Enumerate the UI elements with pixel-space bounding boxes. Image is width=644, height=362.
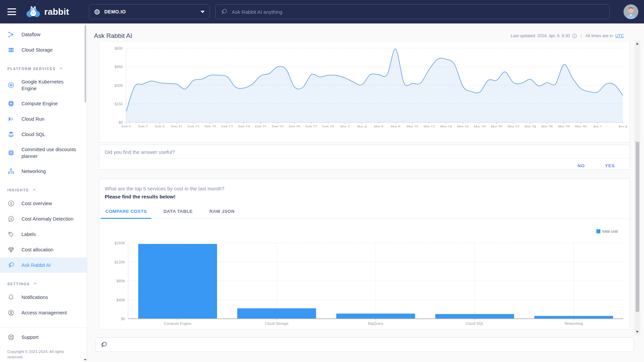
sidebar-item-cloud-run[interactable]: Cloud Run: [0, 111, 87, 127]
svg-text:$: $: [10, 202, 12, 205]
svg-text:Mar 28: Mar 28: [558, 125, 570, 127]
chat-message-input[interactable]: [111, 342, 630, 348]
sidebar-item-label: Cost Anomaly Detection: [21, 216, 78, 222]
scroll-up-icon[interactable]: [636, 43, 639, 45]
svg-text:Mar 22: Mar 22: [508, 125, 519, 127]
svg-text:Mar 2: Mar 2: [340, 125, 350, 127]
chat-input-bar: [96, 338, 634, 352]
svg-text:$160K: $160K: [114, 241, 125, 245]
svg-text:Feb 11: Feb 11: [171, 125, 182, 127]
svg-text:Mar 8: Mar 8: [391, 125, 400, 127]
discounts-planner-icon: [7, 149, 15, 157]
svg-text:$150: $150: [115, 102, 123, 106]
tab-compare-costs[interactable]: COMPARE COSTS: [101, 205, 151, 219]
cost-overview-icon: $: [7, 200, 15, 207]
sidebar-item-notifications[interactable]: Notifications: [0, 290, 87, 305]
feedback-no-button[interactable]: NO: [576, 161, 586, 170]
main-scrollbar[interactable]: [635, 40, 640, 335]
copyright-text: Copyright © 2021-2024. All rights reserv…: [0, 345, 87, 360]
sidebar-item-cloud-sql[interactable]: Cloud SQL: [0, 127, 87, 142]
cloud-storage-icon: [7, 46, 15, 54]
answer-intro-text: Please find the results below!: [99, 191, 630, 199]
sidebar-item-cloud-storage[interactable]: Cloud Storage: [0, 42, 87, 58]
svg-text:BigQuery: BigQuery: [368, 321, 383, 325]
notifications-icon: [7, 294, 15, 301]
compute-engine-icon: [7, 100, 15, 107]
separator: |: [579, 34, 583, 38]
svg-text:Cloud Storage: Cloud Storage: [265, 321, 288, 325]
main-header: Ask Rabbit AI Last updated: 2024. ápr. 5…: [94, 32, 624, 40]
feedback-card: Did you find the answer useful? NO YES: [99, 145, 630, 170]
cost-allocation-icon: [7, 246, 15, 253]
sidebar-item-committed-use-discounts-planner[interactable]: Committed use discounts planner: [0, 142, 87, 164]
svg-text:$600: $600: [115, 46, 123, 50]
svg-text:Mar 12: Mar 12: [424, 125, 435, 127]
user-question-text: What are the top 5 services by cost in t…: [99, 179, 630, 191]
feedback-actions: NO YES: [99, 159, 630, 170]
sidebar-item-cost-allocation[interactable]: Cost allocation: [0, 242, 87, 257]
ask-rabbit-search: [215, 4, 610, 19]
legend-swatch: [596, 229, 600, 233]
menu-icon[interactable]: [7, 8, 16, 15]
svg-text:$0: $0: [121, 317, 125, 321]
sidebar-section-platform-services[interactable]: PLATFORM SERVICES: [0, 62, 87, 74]
tab-raw-json[interactable]: RAW JSON: [205, 205, 239, 219]
svg-text:$300: $300: [115, 83, 123, 87]
svg-text:$120K: $120K: [114, 260, 125, 264]
kubernetes-engine-icon: [7, 81, 15, 89]
sidebar-section-settings[interactable]: SETTINGS: [0, 278, 87, 290]
scroll-down-icon[interactable]: [636, 331, 639, 333]
chevron-down-icon: [201, 11, 205, 13]
info-icon[interactable]: [572, 34, 577, 38]
chart-legend: total cost: [596, 229, 618, 233]
sidebar-item-label: Access management: [21, 309, 78, 316]
svg-text:Feb 13: Feb 13: [188, 125, 199, 127]
org-selector-dropdown[interactable]: DEMO.IO: [89, 4, 210, 19]
svg-text:Feb 17: Feb 17: [221, 125, 233, 127]
access-management-icon: [7, 309, 15, 316]
last-updated-text: Last updated: 2024. ápr. 5. 6:30: [511, 34, 570, 38]
sidebar-item-label: Cost allocation: [21, 246, 78, 253]
sidebar-item-labels[interactable]: Labels: [0, 227, 87, 242]
svg-text:Mar 4: Mar 4: [357, 125, 367, 127]
sidebar-item-cost-anomaly-detection[interactable]: $ Cost Anomaly Detection: [0, 211, 87, 227]
svg-text:Feb 23: Feb 23: [272, 125, 283, 127]
svg-text:Cloud SQL: Cloud SQL: [466, 321, 484, 325]
sidebar-scroll-down-icon[interactable]: [84, 359, 87, 361]
chat-bubbles-icon: [220, 8, 228, 15]
svg-text:Mar 14: Mar 14: [440, 125, 452, 127]
sidebar-item-support[interactable]: Support: [0, 329, 87, 345]
labels-icon: [7, 231, 15, 238]
sidebar-item-label: Support: [21, 334, 78, 341]
scrollbar-thumb[interactable]: [636, 142, 639, 312]
tab-data-table[interactable]: DATA TABLE: [159, 205, 197, 219]
sidebar-item-google-kubernetes-engine[interactable]: Google Kubernetes Engine: [0, 74, 87, 96]
sidebar-scrollbar-thumb[interactable]: [85, 25, 86, 102]
ask-rabbit-input[interactable]: [232, 9, 605, 15]
ask-rabbit-icon: [7, 261, 15, 269]
svg-text:Mar 16: Mar 16: [457, 125, 469, 127]
sidebar-item-ask-rabbit-ai[interactable]: Ask Rabbit AI: [0, 257, 87, 273]
feedback-prompt: Did you find the answer useful?: [99, 145, 630, 155]
svg-text:Mar 10: Mar 10: [407, 125, 418, 127]
section-title: PLATFORM SERVICES: [7, 67, 56, 71]
sidebar-item-networking[interactable]: Networking: [0, 164, 87, 179]
section-title: INSIGHTS: [7, 188, 29, 192]
svg-text:Mar 20: Mar 20: [491, 125, 502, 127]
svg-text:Feb 19: Feb 19: [238, 125, 250, 127]
sidebar-item-label: Cloud Storage: [21, 47, 78, 53]
user-avatar[interactable]: [624, 4, 638, 19]
sidebar-item-dataflow[interactable]: Dataflow: [0, 27, 87, 42]
section-title: SETTINGS: [7, 282, 30, 286]
timezone-link[interactable]: UTC: [615, 34, 624, 38]
svg-text:Feb 5: Feb 5: [121, 125, 131, 127]
sidebar-item-access-management[interactable]: Access management: [0, 305, 87, 320]
svg-text:Mar 24: Mar 24: [525, 125, 536, 127]
legend-label: total cost: [602, 229, 618, 233]
sidebar-section-insights[interactable]: INSIGHTS: [0, 184, 87, 196]
timezone-note: All times are in: [585, 34, 613, 38]
sidebar-item-cost-overview[interactable]: $ Cost overview: [0, 196, 87, 211]
svg-text:Feb 21: Feb 21: [255, 125, 266, 127]
feedback-yes-button[interactable]: YES: [604, 161, 616, 170]
sidebar-item-compute-engine[interactable]: Compute Engine: [0, 96, 87, 111]
